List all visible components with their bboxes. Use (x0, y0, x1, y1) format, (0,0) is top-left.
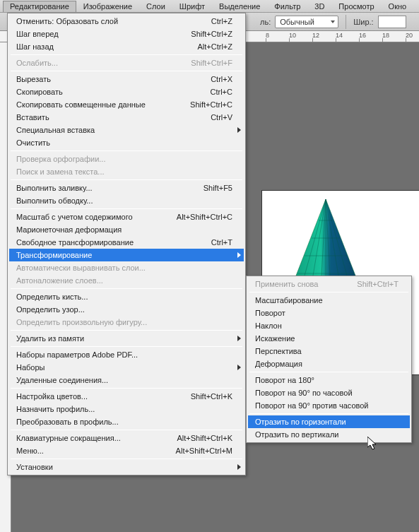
transform-submenu-item[interactable]: Поворот на 90° по часовой (248, 386, 410, 399)
edit-menu-item[interactable]: ВставитьCtrl+V (9, 111, 244, 124)
ruler-mark (336, 38, 336, 42)
transform-submenu-item[interactable]: Искажение (248, 332, 410, 345)
ruler-mark (289, 38, 290, 42)
transform-submenu-item[interactable]: Перспектива (248, 345, 410, 357)
chevron-right-icon (237, 365, 241, 370)
menu-item-label: Преобразовать в профиль... (16, 418, 119, 426)
edit-menu-item[interactable]: Определить кисть... (9, 290, 244, 303)
menu-item-label: Настройка цветов... (16, 392, 88, 401)
menu-item-label: Поворот на 90° против часовой (255, 401, 369, 410)
edit-menu-item: Определить произвольную фигуру... (9, 316, 244, 329)
menu-item-label: Очистить (16, 138, 50, 147)
menu-separator (11, 288, 242, 289)
edit-menu-item[interactable]: Наборы (9, 361, 244, 374)
transform-submenu-item[interactable]: Отразить по вертикали (248, 428, 410, 441)
menu-item-label: Масштабирование (255, 296, 323, 305)
menu-item-shortcut: Ctrl+C (211, 88, 232, 96)
edit-menu-item[interactable]: Специальная вставка (9, 124, 244, 136)
menu-item-shortcut: Alt+Ctrl+Z (197, 42, 232, 51)
ruler-tick: 14 (336, 32, 343, 39)
edit-menu-item[interactable]: Установки (9, 461, 244, 473)
edit-menu-item[interactable]: Масштаб с учетом содержимогоAlt+Shift+Ct… (9, 211, 244, 223)
edit-menu-item[interactable]: Наборы параметров Adobe PDF... (9, 348, 244, 361)
menu-item-label: Вставить (16, 113, 49, 122)
menu-item-label: Деформация (255, 360, 302, 368)
edit-menu-item[interactable]: Очистить (9, 136, 244, 149)
edit-menu-item[interactable]: СкопироватьCtrl+C (9, 85, 244, 98)
menu-item-label: Отменить: Образовать слой (16, 17, 118, 25)
edit-menu-item: Поиск и замена текста... (9, 165, 244, 178)
menu-item-shortcut: Ctrl+T (211, 238, 232, 247)
style-select-value: Обычный (280, 18, 314, 26)
menu-item-label: Наборы (16, 363, 45, 372)
edit-menu-item[interactable]: Настройка цветов...Shift+Ctrl+K (9, 390, 244, 403)
menu-item-label: Ослабить... (16, 59, 58, 67)
menu-item-label: Марионеточная деформация (16, 225, 122, 234)
transform-submenu-item[interactable]: Деформация (248, 357, 410, 370)
edit-menu-item[interactable]: Клавиатурные сокращения...Alt+Shift+Ctrl… (9, 432, 244, 444)
edit-menu-item[interactable]: Шаг назадAlt+Ctrl+Z (9, 40, 244, 53)
menu-item-label: Шаг назад (16, 42, 54, 51)
transform-submenu-item[interactable]: Поворот (248, 307, 410, 319)
edit-menu-item[interactable]: Шаг впередShift+Ctrl+Z (9, 28, 244, 40)
edit-menu-item[interactable]: Трансформирование (9, 249, 244, 261)
menu-item-label: Шаг вперед (16, 30, 59, 38)
transform-submenu-item: Применить сноваShift+Ctrl+T (248, 278, 410, 290)
transform-submenu-item[interactable]: Масштабирование (248, 294, 410, 307)
edit-menu-item[interactable]: Свободное трансформированиеCtrl+T (9, 236, 244, 249)
ruler-mark (406, 38, 406, 42)
menubar: РедактированиеИзображениеСлоиШрифтВыделе… (0, 0, 419, 13)
transform-submenu-item[interactable]: Наклон (248, 319, 410, 332)
edit-menu-item[interactable]: Удалить из памяти (9, 332, 244, 345)
edit-menu-item[interactable]: ВырезатьCtrl+X (9, 73, 244, 85)
menu-separator (249, 413, 408, 414)
menu-item-label: Выполнить заливку... (16, 184, 93, 192)
edit-menu-item[interactable]: Скопировать совмещенные данныеShift+Ctrl… (9, 98, 244, 111)
menubar-item-0[interactable]: Редактирование (3, 1, 76, 12)
menu-item-label: Определить кисть... (16, 292, 88, 301)
menu-separator (11, 430, 242, 430)
edit-menu-item[interactable]: Выполнить обводку... (9, 194, 244, 207)
menu-item-shortcut: Shift+Ctrl+F (191, 59, 232, 67)
edit-menu-item[interactable]: Марионеточная деформация (9, 223, 244, 236)
menubar-item-6[interactable]: 3D (307, 1, 331, 12)
transform-submenu-item[interactable]: Поворот на 180° (248, 374, 410, 386)
menu-item-label: Определить произвольную фигуру... (16, 318, 147, 326)
edit-menu-item[interactable]: Преобразовать в профиль... (9, 415, 244, 428)
edit-menu-item[interactable]: Выполнить заливку...Shift+F5 (9, 182, 244, 194)
menu-item-shortcut: Alt+Shift+Ctrl+K (177, 434, 232, 442)
edit-menu-item[interactable]: Меню...Alt+Shift+Ctrl+M (9, 444, 244, 457)
menubar-item-4[interactable]: Выделение (212, 1, 267, 12)
ruler-mark (266, 38, 266, 42)
menu-item-label: Наклон (255, 321, 282, 330)
menu-separator (249, 292, 408, 292)
toolbar-divider (346, 15, 346, 29)
transform-submenu-item[interactable]: Поворот на 90° против часовой (248, 399, 410, 412)
menu-separator (11, 346, 242, 347)
menubar-item-5[interactable]: Фильтр (267, 1, 307, 12)
menu-item-label: Масштаб с учетом содержимого (16, 213, 133, 221)
edit-menu-item[interactable]: Удаленные соединения... (9, 374, 244, 386)
chevron-right-icon (237, 336, 241, 341)
transform-submenu-item[interactable]: Отразить по горизонтали (248, 415, 410, 428)
menubar-item-2[interactable]: Слои (139, 1, 172, 12)
menu-item-label: Поворот на 180° (255, 376, 314, 384)
style-select[interactable]: Обычный (275, 16, 338, 28)
width-label: Шир.: (353, 18, 373, 26)
menu-item-label: Удаленные соединения... (16, 376, 108, 384)
width-input[interactable] (378, 16, 406, 28)
menubar-item-3[interactable]: Шрифт (172, 1, 212, 12)
menu-item-shortcut: Ctrl+V (211, 113, 232, 122)
menu-separator (11, 330, 242, 331)
edit-menu-item[interactable]: Назначить профиль... (9, 403, 244, 415)
ruler-tick: 16 (359, 32, 366, 39)
edit-menu-item: Проверка орфографии... (9, 153, 244, 165)
menu-item-shortcut: Ctrl+Z (211, 17, 232, 25)
menubar-item-7[interactable]: Просмотр (331, 1, 381, 12)
transform-submenu: Применить сноваShift+Ctrl+TМасштабирован… (246, 276, 412, 443)
menubar-item-1[interactable]: Изображение (76, 1, 139, 12)
menubar-item-8[interactable]: Окно (382, 1, 414, 12)
edit-menu-item[interactable]: Отменить: Образовать слойCtrl+Z (9, 15, 244, 28)
chevron-right-icon (237, 464, 241, 470)
edit-menu-item[interactable]: Определить узор... (9, 303, 244, 316)
